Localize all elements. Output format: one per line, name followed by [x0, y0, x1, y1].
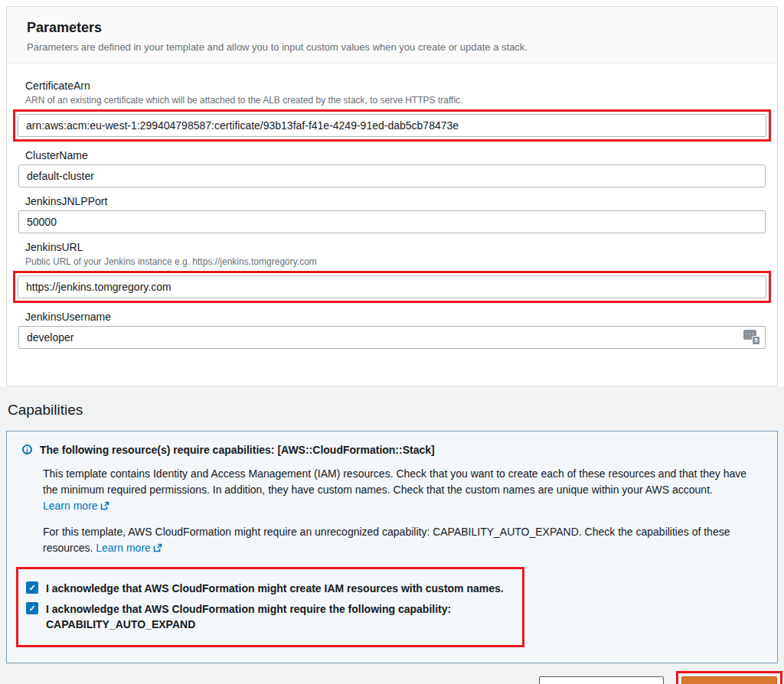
notice-paragraph-auto-expand: For this template, AWS CloudFormation mi… — [43, 524, 759, 556]
external-link-icon — [153, 543, 162, 552]
field-label: CertificateArn — [25, 80, 759, 92]
field-certificatearn: CertificateArn ARN of an existing certif… — [18, 80, 766, 142]
parameters-description: Parameters are defined in your template … — [27, 41, 757, 53]
password-badge: 5 — [752, 336, 760, 345]
jenkinsusername-input[interactable] — [18, 326, 766, 349]
annotation-box-acknowledgements: ✓ I acknowledge that AWS CloudFormation … — [16, 567, 524, 647]
clustername-input[interactable] — [18, 164, 766, 187]
checkbox-iam-acknowledge[interactable]: ✓ — [26, 581, 38, 594]
field-label: JenkinsUsername — [25, 311, 759, 323]
notice-paragraph-iam: This template contains Identity and Acce… — [43, 466, 759, 514]
learn-more-link-auto-expand[interactable]: Learn more — [96, 542, 162, 554]
field-jenkinsurl: JenkinsURL Public URL of your Jenkins in… — [18, 241, 766, 303]
jenkinsurl-input[interactable] — [18, 275, 766, 298]
create-change-set-button[interactable]: Create change set — [539, 676, 664, 684]
field-jenkinsusername: JenkinsUsername ··· 5 — [18, 311, 766, 349]
password-manager-icon[interactable]: ··· 5 — [743, 329, 760, 345]
field-clustername: ClusterName — [18, 149, 766, 187]
jenkinsjnlpport-input[interactable] — [18, 210, 766, 233]
parameters-header: Parameters Parameters are defined in you… — [7, 7, 777, 64]
annotation-box-create-stack: Create stack — [676, 671, 782, 684]
field-description: Public URL of your Jenkins instance e.g.… — [25, 256, 759, 267]
field-label: ClusterName — [25, 149, 759, 161]
parameters-title: Parameters — [27, 20, 757, 36]
field-description: ARN of an existing certificate which wil… — [25, 95, 759, 106]
capabilities-notice: i The following resource(s) require capa… — [6, 431, 778, 663]
field-jenkinsjnlpport: JenkinsJNLPPort — [18, 195, 766, 233]
create-stack-button[interactable]: Create stack — [681, 676, 777, 684]
parameters-body: CertificateArn ARN of an existing certif… — [7, 64, 777, 364]
field-label: JenkinsURL — [25, 241, 759, 253]
learn-more-link-iam[interactable]: Learn more — [43, 500, 109, 512]
annotation-box-certificatearn — [13, 109, 771, 142]
capabilities-region: Capabilities i The following resource(s)… — [0, 386, 784, 684]
ack-label-iam: I acknowledge that AWS CloudFormation mi… — [46, 581, 504, 596]
parameters-section: Parameters Parameters are defined in you… — [6, 6, 778, 386]
annotation-box-jenkinsurl — [13, 271, 771, 303]
external-link-icon — [100, 501, 109, 510]
certificatearn-input[interactable] — [18, 114, 766, 137]
ack-label-auto-expand: I acknowledge that AWS CloudFormation mi… — [46, 601, 451, 632]
checkbox-auto-expand-acknowledge[interactable]: ✓ — [26, 602, 38, 614]
info-icon: i — [22, 445, 32, 454]
ack-row-iam: ✓ I acknowledge that AWS CloudFormation … — [26, 581, 514, 596]
field-label: JenkinsJNLPPort — [25, 195, 759, 207]
ack-row-auto-expand: ✓ I acknowledge that AWS CloudFormation … — [26, 601, 514, 632]
notice-title: The following resource(s) require capabi… — [40, 444, 435, 456]
action-bar: Cancel Create change set Create stack — [6, 671, 778, 684]
capabilities-heading: Capabilities — [8, 402, 778, 419]
